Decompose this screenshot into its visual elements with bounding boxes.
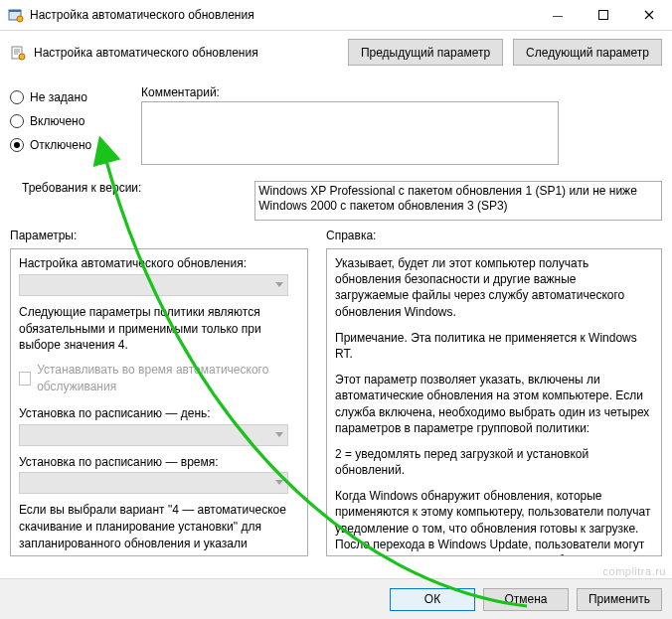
cancel-button[interactable]: Отмена (483, 588, 569, 611)
option-text: Если вы выбрали вариант "4 — автоматичес… (19, 502, 303, 556)
help-paragraph: Примечание. Эта политика не применяется … (335, 330, 651, 362)
options-label: Параметры: (10, 229, 308, 242)
prev-setting-button[interactable]: Предыдущий параметр (348, 39, 503, 66)
auto-update-mode-select (19, 274, 288, 296)
option-text: Установка по расписанию — время: (19, 454, 303, 471)
header: Настройка автоматического обновления Пре… (0, 31, 672, 77)
radio-enabled-label: Включено (30, 114, 84, 128)
scheduled-time-select (19, 472, 288, 494)
help-paragraph: Этот параметр позволяет указать, включен… (335, 372, 651, 436)
svg-point-2 (17, 16, 23, 22)
option-text: Следующие параметры политики являются об… (19, 304, 303, 354)
apply-button[interactable]: Применить (577, 588, 662, 611)
minimize-button[interactable]: — (535, 0, 581, 30)
radio-disabled[interactable]: Отключено (10, 133, 129, 157)
help-box[interactable]: Указывает, будет ли этот компьютер получ… (326, 248, 662, 556)
install-during-maintenance-checkbox: Устанавливать во время автоматического о… (19, 362, 303, 395)
options-column: Параметры: Настройка автоматического обн… (10, 229, 308, 556)
svg-rect-1 (9, 10, 21, 12)
help-paragraph: Когда Windows обнаружит обновления, кото… (335, 488, 651, 556)
version-readonly: Windows XP Professional с пакетом обновл… (254, 181, 662, 221)
window-title: Настройка автоматического обновления (30, 8, 535, 22)
checkbox-icon (19, 372, 31, 386)
radio-enabled[interactable]: Включено (10, 109, 129, 133)
radio-not-configured[interactable]: Не задано (10, 85, 129, 109)
ok-button[interactable]: ОК (390, 588, 475, 611)
option-text: Настройка автоматического обновления: (19, 255, 303, 272)
checkbox-label: Устанавливать во время автоматического о… (37, 362, 303, 395)
option-text: Установка по расписанию — день: (19, 405, 303, 422)
svg-rect-3 (599, 11, 608, 20)
page-title: Настройка автоматического обновления (34, 46, 258, 60)
version-label: Требования к версии: (10, 181, 243, 195)
footer: ОК Отмена Применить (0, 578, 672, 619)
mid-columns: Параметры: Настройка автоматического обн… (0, 229, 672, 556)
help-column: Справка: Указывает, будет ли этот компью… (326, 229, 662, 556)
scheduled-day-select (19, 424, 288, 446)
state-radio-group: Не задано Включено Отключено (10, 77, 129, 157)
policy-icon (10, 45, 26, 61)
next-setting-button[interactable]: Следующий параметр (513, 39, 662, 66)
app-icon (8, 7, 24, 23)
title-bar: Настройка автоматического обновления — (0, 0, 672, 31)
help-paragraph: 2 = уведомлять перед загрузкой и установ… (335, 446, 651, 478)
radio-dot-icon (10, 138, 24, 152)
svg-point-5 (19, 54, 25, 60)
close-button[interactable] (626, 0, 672, 30)
radio-dot-icon (10, 90, 24, 104)
options-box[interactable]: Настройка автоматического обновления: Сл… (10, 248, 308, 556)
radio-disabled-label: Отключено (30, 138, 91, 152)
watermark: complitra.ru (603, 565, 666, 577)
radio-not-configured-label: Не задано (30, 90, 87, 104)
radio-dot-icon (10, 114, 24, 128)
content-top: Не задано Включено Отключено Комментарий… (0, 77, 672, 221)
help-label: Справка: (326, 229, 662, 242)
comment-label: Комментарий: (141, 85, 662, 99)
comment-textarea[interactable] (141, 101, 559, 165)
help-paragraph: Указывает, будет ли этот компьютер получ… (335, 255, 651, 320)
maximize-button[interactable] (581, 0, 626, 30)
